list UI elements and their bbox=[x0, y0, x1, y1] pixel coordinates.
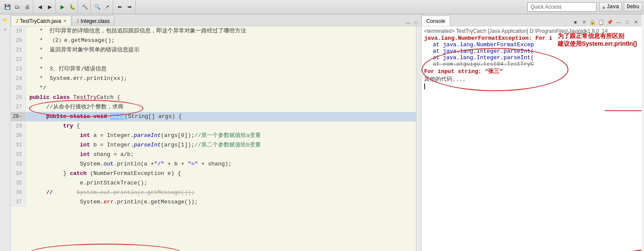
line-num-32: 32 bbox=[11, 150, 26, 159]
line-content-31: int b = Integer.parseInt(args[1]);//第二个参… bbox=[26, 140, 261, 150]
code-line-19: 19 * 打印异常的详细信息，包括追踪跟踪信息，即这个异常对象一路经过了哪些方法 bbox=[11, 26, 416, 36]
forward-btn[interactable]: ▶ bbox=[45, 2, 54, 12]
code-line-21: 21 * 返回异常对象中简单的错误信息提示 bbox=[11, 45, 416, 55]
console-cursor bbox=[424, 83, 425, 89]
editor-tab-bar: J TestTryCatch.java ✕ J Integer.class — … bbox=[11, 14, 421, 26]
code-line-31: 31 int b = Integer.parseInt(args[1]);//第… bbox=[11, 140, 416, 150]
quick-access-field[interactable]: Quick Access bbox=[527, 2, 596, 12]
line-num-26: 26 bbox=[11, 93, 26, 102]
line-content-37: System.err.println(e.getMessage()); bbox=[26, 197, 198, 207]
editor-area: J TestTryCatch.java ✕ J Integer.class — … bbox=[11, 14, 421, 251]
code-line-37: 37 System.err.println(e.getMessage()); bbox=[11, 197, 416, 207]
code-line-29: 29 try { bbox=[11, 121, 416, 131]
annotation-line-2: 建议使用System.err.println() bbox=[558, 40, 637, 48]
line-num-29: 29 bbox=[11, 121, 26, 131]
console-tab[interactable]: Console bbox=[422, 16, 450, 26]
back-btn[interactable]: ◀ bbox=[35, 2, 44, 12]
console-scroll-lock-btn[interactable]: 🔒 bbox=[589, 18, 596, 26]
line-num-25: 25 bbox=[11, 83, 26, 93]
search-btn[interactable]: 🔍 bbox=[92, 2, 102, 12]
console-content[interactable]: <terminated> TestTryCatch [Java Applicat… bbox=[422, 26, 641, 91]
line-content-33: System.out.println(a +"/" + b + "=" + sh… bbox=[26, 159, 232, 169]
ref-btn[interactable]: ↗ bbox=[102, 2, 112, 12]
tab-integer[interactable]: J Integer.class bbox=[72, 16, 114, 26]
minimize-editor-btn[interactable]: — bbox=[405, 19, 412, 26]
line-content-32: int shang = a/b; bbox=[26, 150, 134, 159]
console-pin-btn[interactable]: 📌 bbox=[606, 18, 614, 26]
code-line-32: 32 int shang = a/b; bbox=[11, 150, 416, 159]
console-clear-btn[interactable]: ■ bbox=[571, 18, 579, 26]
java-label: Java bbox=[606, 4, 619, 10]
debug-btn[interactable]: 🐛 bbox=[67, 2, 77, 12]
line-num-28: 28- bbox=[11, 112, 26, 121]
code-line-36: 36 // System.out.println(e.getMessage())… bbox=[11, 188, 416, 197]
code-line-35: 35 e.printStackTrace(); bbox=[11, 178, 416, 188]
line-content-19: * 打印异常的详细信息，包括追踪跟踪信息，即这个异常对象一路经过了哪些方法 bbox=[26, 26, 246, 36]
code-line-30: 30 int a = Integer.parseInt(args[0]);//第… bbox=[11, 131, 416, 140]
tab-testcatch[interactable]: J TestTryCatch.java ✕ bbox=[11, 16, 71, 26]
line-content-34: } catch (NumberFormatException e) { bbox=[26, 169, 181, 178]
code-line-34: 34 } catch (NumberFormatException e) { bbox=[11, 169, 416, 178]
tab-testcatch-close[interactable]: ✕ bbox=[63, 19, 67, 23]
line-num-35: 35 bbox=[11, 178, 26, 188]
console-annotation-text: 为了跟正常信息有所区别 建议使用System.err.println() bbox=[558, 32, 637, 48]
console-terminate-btn[interactable]: ✕ bbox=[580, 18, 588, 26]
line-content-35: e.printStackTrace(); bbox=[26, 178, 147, 188]
code-line-20: 20 * （2）e.getMessage(); bbox=[11, 36, 416, 45]
toolbar: 💾 🗂 🖨 ◀ ▶ ▶ 🐛 🔨 🔍 ↗ ⬅ ➡ Quick Access ☕ J… bbox=[0, 0, 644, 14]
code-content: 19 * 打印异常的详细信息，包括追踪跟踪信息，即这个异常对象一路经过了哪些方法… bbox=[11, 26, 416, 207]
console-minimize-btn[interactable]: — bbox=[615, 18, 622, 26]
line-num-33: 33 bbox=[11, 159, 26, 169]
console-tab-label: Console bbox=[426, 18, 445, 24]
save-all-btn[interactable]: 🗂 bbox=[13, 2, 22, 12]
code-line-24: 24 * System.err.println(xx); bbox=[11, 74, 416, 83]
console-stack-4: at com.atguigu.test04.TestTryC bbox=[433, 61, 639, 67]
line-num-22: 22 bbox=[11, 55, 26, 64]
editor-tab-controls: — □ bbox=[405, 19, 421, 26]
code-line-22: 22 * bbox=[11, 55, 416, 64]
next-btn[interactable]: ➡ bbox=[125, 2, 134, 12]
code-line-26: 26 public class TestTryCatch { bbox=[11, 93, 416, 102]
code-editor[interactable]: 19 * 打印异常的详细信息，包括追踪跟踪信息，即这个异常对象一路经过了哪些方法… bbox=[11, 26, 416, 251]
console-copy-btn[interactable]: 📋 bbox=[597, 18, 605, 26]
run-btn[interactable]: ▶ bbox=[57, 2, 67, 12]
toolbar-group-2: ◀ ▶ bbox=[34, 0, 56, 14]
line-content-22: * bbox=[26, 55, 43, 64]
maximize-editor-btn[interactable]: □ bbox=[412, 19, 419, 26]
debu-label: Debu bbox=[627, 4, 639, 10]
toolbar-group-1: 💾 🗂 🖨 bbox=[2, 0, 33, 14]
annotation-line-1: 为了跟正常信息有所区别 bbox=[558, 32, 637, 40]
console-close-btn[interactable]: ✕ bbox=[632, 18, 640, 26]
line-content-21: * 返回异常对象中简单的错误信息提示 bbox=[26, 45, 140, 55]
line-content-23: * 3、打印异常/错误信息 bbox=[26, 64, 107, 74]
code-line-23: 23 * 3、打印异常/错误信息 bbox=[11, 64, 416, 74]
line-num-23: 23 bbox=[11, 64, 26, 74]
console-tab-controls: ■ ✕ 🔒 📋 📌 — □ ✕ bbox=[571, 18, 641, 26]
editor-scrollbar[interactable] bbox=[416, 26, 421, 251]
tab-integer-label: Integer.class bbox=[81, 18, 110, 24]
console-stack-3: at java.lang.Integer.parseInt( bbox=[433, 54, 639, 61]
left-sidebar: 📁 ⚡ bbox=[0, 14, 11, 251]
java-perspective-btn[interactable]: ☕ Java bbox=[599, 2, 622, 12]
code-line-33: 33 System.out.println(a +"/" + b + "=" +… bbox=[11, 159, 416, 169]
console-maximize-btn[interactable]: □ bbox=[623, 18, 631, 26]
annotation-oval-line37 bbox=[29, 244, 182, 251]
save-btn[interactable]: 💾 bbox=[3, 2, 12, 12]
debug-perspective-btn[interactable]: Debu bbox=[624, 2, 642, 12]
line-num-30: 30 bbox=[11, 131, 26, 140]
tab-testcatch-label: TestTryCatch.java bbox=[20, 18, 61, 24]
console-other-code-text: 其他的代码.... bbox=[424, 76, 466, 83]
toolbar-group-3: ▶ 🐛 bbox=[57, 0, 78, 14]
prev-btn[interactable]: ⬅ bbox=[115, 2, 124, 12]
sidebar-icon-1[interactable]: 📁 bbox=[1, 16, 10, 25]
line-num-36: 36 bbox=[11, 188, 26, 197]
print-btn[interactable]: 🖨 bbox=[22, 2, 32, 12]
console-other-code: 其他的代码.... bbox=[424, 75, 639, 83]
quick-access-label: Quick Access bbox=[530, 4, 562, 10]
code-line-27: 27 //从命令行接收2个整数，求商 bbox=[11, 102, 416, 112]
sidebar-icon-2[interactable]: ⚡ bbox=[1, 25, 10, 34]
build-btn[interactable]: 🔨 bbox=[80, 2, 89, 12]
code-line-25: 25 */ bbox=[11, 83, 416, 93]
line-num-27: 27 bbox=[11, 102, 26, 112]
main-container: 📁 ⚡ J TestTryCatch.java ✕ J Integer.clas… bbox=[0, 14, 644, 251]
